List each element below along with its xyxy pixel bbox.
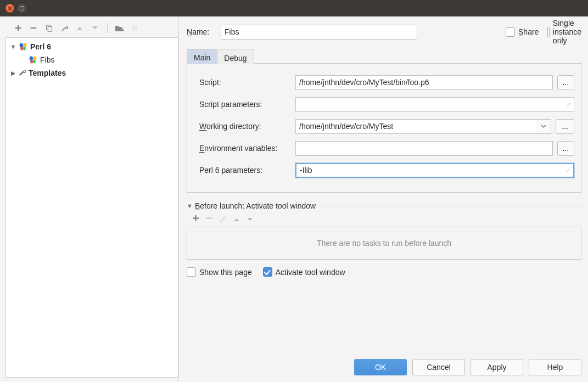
wrench-icon (18, 68, 26, 78)
working-dir-dropdown[interactable] (536, 119, 551, 134)
config-tree[interactable]: ▼ Perl 6 Fibs ▶ Templates (5, 37, 178, 378)
checkbox-icon[interactable] (187, 267, 196, 277)
working-dir-label: Working directory: (199, 122, 295, 131)
svg-rect-2 (48, 26, 52, 31)
tab-main[interactable]: Main (187, 49, 217, 64)
perl6-params-input[interactable] (295, 163, 574, 178)
before-launch-toolbar (187, 212, 581, 227)
right-panel: Name: Share Single instance only Main De… (179, 16, 588, 382)
name-input[interactable] (221, 25, 417, 40)
add-task-icon[interactable] (192, 215, 199, 223)
svg-text:a: a (135, 25, 137, 28)
dialog-buttons: OK Cancel Apply Help (187, 348, 581, 375)
minimize-icon[interactable] (18, 4, 26, 13)
task-down-icon (247, 215, 253, 223)
svg-text:z: z (135, 29, 137, 32)
svg-point-11 (30, 60, 33, 63)
name-label: Name: (187, 27, 221, 36)
left-panel: az ▼ Perl 6 Fibs ▶ (0, 16, 179, 382)
window-titlebar (0, 0, 588, 16)
tab-debug[interactable]: Debug (217, 49, 254, 64)
tree-node-templates[interactable]: ▶ Templates (6, 66, 178, 80)
add-icon[interactable] (13, 23, 23, 33)
folder-move-icon[interactable] (115, 23, 125, 33)
close-icon[interactable] (5, 4, 14, 13)
script-browse-button[interactable]: ... (557, 75, 574, 90)
tree-toolbar: az (5, 21, 178, 37)
before-launch-header[interactable]: ▼ Before launch: Activate tool window (187, 201, 581, 210)
copy-icon[interactable] (44, 23, 54, 33)
move-up-icon (75, 23, 85, 33)
task-up-icon (233, 215, 240, 223)
script-label: Script: (199, 78, 295, 87)
tab-content-main: Script: ... Script parameters: ⤢ Working… (187, 64, 581, 193)
move-down-icon (90, 23, 100, 33)
checkbox-icon[interactable] (547, 27, 550, 37)
svg-point-12 (33, 60, 36, 63)
edit-task-icon (220, 215, 227, 223)
remove-icon[interactable] (29, 23, 38, 33)
svg-rect-0 (20, 7, 24, 10)
single-instance-checkbox[interactable]: Single instance only (547, 19, 581, 45)
env-vars-label: Environment variables: (199, 144, 295, 153)
help-button[interactable]: Help (529, 359, 581, 375)
working-dir-input[interactable] (295, 119, 536, 134)
env-vars-browse-button[interactable]: ... (557, 141, 574, 156)
expand-icon[interactable]: ⤢ (567, 102, 571, 108)
perl6-params-label: Perl 6 parameters: (199, 166, 295, 175)
script-params-label: Script parameters: (199, 100, 295, 109)
expand-icon[interactable]: ⤢ (565, 167, 570, 173)
svg-point-8 (23, 47, 26, 50)
collapse-arrow-icon[interactable]: ▼ (187, 203, 193, 209)
perl6-icon (28, 55, 38, 64)
tree-node-perl6[interactable]: ▼ Perl 6 (6, 40, 178, 53)
tree-label: Fibs (39, 55, 54, 64)
sort-icon[interactable]: az (130, 23, 140, 33)
share-checkbox[interactable]: Share (506, 27, 540, 37)
show-this-page-checkbox[interactable]: Show this page (187, 267, 252, 277)
env-vars-input[interactable] (295, 141, 553, 156)
tree-label: Templates (27, 69, 66, 77)
tree-label: Perl 6 (29, 42, 51, 51)
script-input[interactable] (295, 75, 553, 90)
remove-task-icon (206, 215, 213, 223)
svg-point-7 (20, 47, 23, 50)
tasks-list-empty: There are no tasks to run before launch (187, 227, 581, 260)
tab-bar: Main Debug (187, 48, 581, 64)
cancel-button[interactable]: Cancel (412, 359, 465, 375)
ok-button[interactable]: OK (354, 359, 407, 375)
perl6-icon (18, 42, 28, 51)
expand-arrow-icon[interactable]: ▶ (9, 70, 17, 77)
apply-button[interactable]: Apply (471, 359, 523, 375)
checkbox-checked-icon[interactable] (263, 267, 272, 277)
script-params-input[interactable] (295, 97, 574, 112)
tree-node-fibs[interactable]: Fibs (6, 53, 178, 66)
working-dir-browse-button[interactable]: ... (556, 119, 574, 134)
checkbox-icon[interactable] (506, 27, 515, 37)
activate-tool-window-checkbox[interactable]: Activate tool window (263, 267, 345, 277)
settings-icon[interactable] (59, 23, 69, 33)
expand-arrow-icon[interactable]: ▼ (9, 43, 17, 50)
